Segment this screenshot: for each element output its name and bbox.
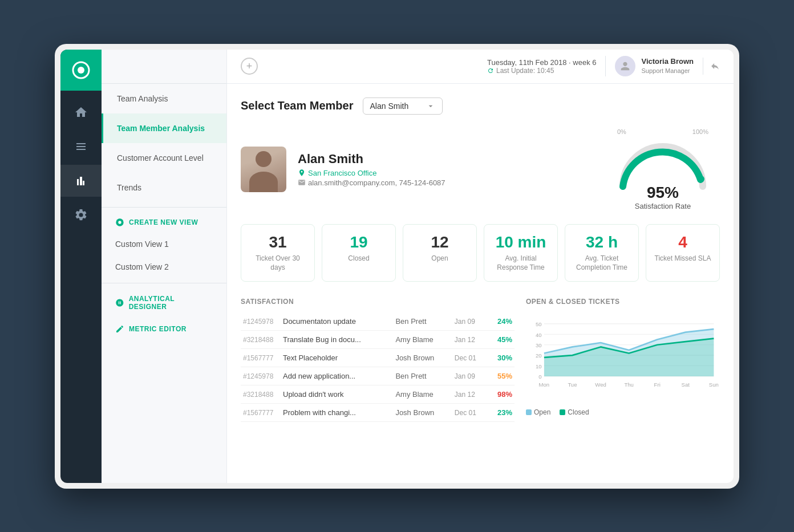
sub-sidebar: Team Analysis Team Member Analysis Custo… (102, 50, 227, 483)
stat-value-4: 32 h (572, 234, 631, 251)
svg-text:30: 30 (536, 342, 542, 348)
create-new-view-label: CREATE NEW VIEW (129, 218, 198, 226)
main-content: + Tuesday, 11th Feb 2018 · week 6 Last U… (227, 50, 734, 483)
profile-info: Alan Smith San Francisco Office alan.smi… (298, 152, 606, 187)
logo[interactable] (60, 50, 102, 91)
stat-label-0: Ticket Over 30 days (248, 254, 307, 272)
sidebar-nav (60, 91, 102, 237)
user-role: Support Manager (641, 67, 694, 75)
svg-text:Mon: Mon (539, 382, 550, 388)
sidebar-item-home[interactable] (60, 96, 102, 128)
legend-closed: Closed (560, 408, 589, 416)
table-row: #1567777 Text Placeholder Josh Brown Dec… (241, 349, 515, 367)
svg-text:Sun: Sun (709, 382, 719, 388)
logout-button[interactable] (703, 58, 720, 75)
svg-text:50: 50 (536, 322, 542, 328)
user-info: Victoria Brown Support Manager (641, 57, 694, 75)
gauge-minmax: 0% 100% (617, 128, 708, 135)
chart-legend: Open Closed (526, 408, 720, 416)
table-row: #1567777 Problem with changi... Josh Bro… (241, 404, 515, 422)
profile-gauge-row: Alan Smith San Francisco Office alan.smi… (241, 128, 720, 210)
legend-open-dot (526, 409, 532, 415)
dropdown-value: Alan Smith (370, 101, 409, 111)
divider-2 (102, 283, 226, 283)
select-header: Select Team Member Alan Smith (241, 98, 720, 115)
create-new-view-button[interactable]: CREATE NEW VIEW (102, 212, 226, 233)
metric-editor-label: METRIC EDITOR (129, 325, 187, 333)
stat-value-2: 12 (410, 234, 469, 251)
sidebar-item-tickets[interactable] (60, 131, 102, 163)
header-user: Victoria Brown Support Manager (605, 56, 694, 76)
svg-point-3 (118, 221, 121, 224)
legend-closed-dot (560, 409, 565, 415)
profile-section: Alan Smith San Francisco Office alan.smi… (241, 147, 606, 192)
custom-view-1[interactable]: Custom View 1 (102, 233, 226, 255)
svg-text:Sat: Sat (682, 382, 690, 388)
user-avatar (615, 56, 635, 76)
sidebar-item-analytics[interactable] (60, 165, 102, 197)
bottom-section: SATISFACTION #1245978 Documentaton updat… (241, 298, 720, 422)
stat-value-3: 10 min (491, 234, 550, 251)
chart-svg: 01020304050MonTueWedThuFriSatSun (526, 312, 720, 404)
header-datetime: Tuesday, 11th Feb 2018 · week 6 Last Upd… (487, 58, 597, 75)
table-row: #1245978 Documentaton update Ben Prett J… (241, 312, 515, 331)
satisfaction-table: #1245978 Documentaton update Ben Prett J… (241, 312, 515, 422)
stat-label-5: Ticket Missed SLA (653, 254, 712, 263)
sidebar-item-team-member-analysis[interactable]: Team Member Analysis (102, 113, 226, 143)
add-button[interactable]: + (241, 58, 258, 75)
analytical-designer-button[interactable]: ANALYTICAL DESIGNER (102, 288, 226, 318)
stat-avg-initial: 10 min Avg. Initial Response Time (484, 224, 558, 282)
stat-label-3: Avg. Initial Response Time (491, 254, 550, 272)
stat-label-1: Closed (329, 254, 388, 263)
chart-area: 01020304050MonTueWedThuFriSatSun (526, 312, 720, 404)
svg-text:40: 40 (536, 332, 542, 338)
stat-open: 12 Open (403, 224, 477, 282)
chart-title: OPEN & CLOSED TICKETS (526, 298, 720, 306)
sidebar-item-team-analysis[interactable]: Team Analysis (102, 84, 226, 113)
satisfaction-gauge: 0% 100% 95% Sati (606, 128, 720, 210)
header-right: Tuesday, 11th Feb 2018 · week 6 Last Upd… (487, 56, 720, 76)
svg-text:20: 20 (536, 353, 542, 359)
satisfaction-panel: SATISFACTION #1245978 Documentaton updat… (241, 298, 515, 422)
svg-text:Fri: Fri (654, 382, 661, 388)
metric-editor-button[interactable]: METRIC EDITOR (102, 318, 226, 340)
profile-location: San Francisco Office (298, 169, 606, 177)
gauge-label: Satisfaction Rate (635, 202, 691, 210)
stat-ticket-over-30: 31 Ticket Over 30 days (241, 224, 315, 282)
custom-view-2[interactable]: Custom View 2 (102, 255, 226, 278)
svg-point-4 (698, 176, 704, 182)
table-row: #1245978 Add new application... Ben Pret… (241, 367, 515, 385)
profile-contact: alan.smith@company.com, 745-124-6087 (298, 178, 606, 187)
header: + Tuesday, 11th Feb 2018 · week 6 Last U… (227, 50, 734, 84)
svg-text:0: 0 (538, 374, 541, 380)
stats-row: 31 Ticket Over 30 days 19 Closed 12 Open… (241, 224, 720, 282)
content-area: Select Team Member Alan Smith Alan Smith (227, 84, 734, 483)
stat-avg-completion: 32 h Avg. Ticket Completion Time (565, 224, 639, 282)
stat-label-2: Open (410, 254, 469, 263)
sidebar-item-trends[interactable]: Trends (102, 173, 226, 202)
profile-name: Alan Smith (298, 152, 606, 166)
header-date: Tuesday, 11th Feb 2018 · week 6 (487, 58, 597, 67)
chart-panel: OPEN & CLOSED TICKETS 01020304050MonTueW… (526, 298, 720, 422)
stat-value-0: 31 (248, 234, 307, 251)
sidebar-item-settings[interactable] (60, 199, 102, 231)
table-row: #3218488 Upload didn't work Amy Blame Ja… (241, 385, 515, 404)
svg-text:10: 10 (536, 363, 542, 369)
table-row: #3218488 Translate Bug in docu... Amy Bl… (241, 331, 515, 349)
stat-value-5: 4 (653, 234, 712, 251)
svg-text:Tue: Tue (568, 382, 577, 388)
legend-open: Open (526, 408, 550, 416)
team-member-dropdown[interactable]: Alan Smith (363, 98, 443, 115)
svg-text:Thu: Thu (624, 382, 633, 388)
header-update: Last Update: 10:45 (487, 67, 597, 75)
divider-1 (102, 207, 226, 208)
sidebar (60, 50, 102, 483)
stat-label-4: Avg. Ticket Completion Time (572, 254, 631, 272)
stat-closed: 19 Closed (322, 224, 396, 282)
profile-avatar (241, 147, 286, 192)
svg-point-1 (78, 67, 84, 74)
sidebar-item-customer-account-level[interactable]: Customer Account Level (102, 143, 226, 173)
header-left: + (241, 58, 258, 75)
satisfaction-title: SATISFACTION (241, 298, 515, 306)
user-name: Victoria Brown (641, 57, 694, 67)
